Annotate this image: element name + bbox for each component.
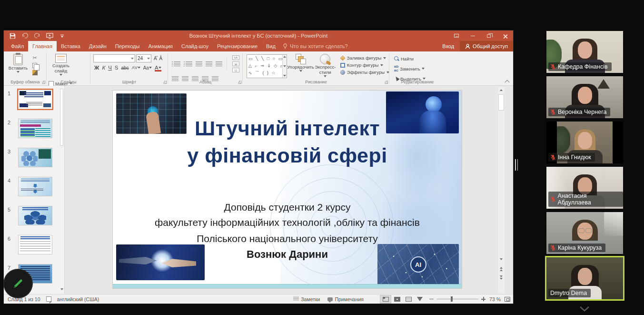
scroll-up-icon[interactable] xyxy=(498,87,505,93)
thumbnail-scrollbar[interactable] xyxy=(59,89,64,279)
tab-home[interactable]: Главная xyxy=(28,41,57,51)
increase-indent-icon[interactable] xyxy=(206,61,212,67)
replace-button[interactable]: abacЗаменить xyxy=(394,65,446,72)
sign-in-button[interactable]: Вход xyxy=(436,43,460,49)
font-size-combo[interactable]: 24 xyxy=(136,54,151,62)
save-icon[interactable] xyxy=(9,32,16,39)
panel-resize-handle[interactable] xyxy=(515,159,519,171)
share-button[interactable]: Общий доступ xyxy=(460,41,513,51)
strikethrough-button[interactable]: abc xyxy=(121,65,129,71)
grow-shrink-font-icon[interactable]: А̂ А̌ xyxy=(154,56,163,61)
tab-review[interactable]: Рецензирование xyxy=(213,41,262,51)
tell-me-box[interactable]: Что вы хотите сделать? xyxy=(283,41,348,51)
zoom-out-icon[interactable] xyxy=(429,299,434,300)
zoom-percent[interactable]: 73 % xyxy=(489,296,501,302)
undo-icon[interactable] xyxy=(21,32,29,39)
participant-tile[interactable]: Кафедра Фінансів xyxy=(546,31,623,73)
shadow-button[interactable]: S xyxy=(115,65,119,71)
slide-thumbnail-5[interactable]: 5 xyxy=(4,206,64,234)
share-label: Общий доступ xyxy=(473,43,508,49)
font-color-button[interactable]: А xyxy=(155,65,161,71)
zoom-slider-thumb[interactable] xyxy=(451,296,453,302)
slide-sorter-view-button[interactable] xyxy=(391,295,403,304)
paste-button[interactable]: Вставить xyxy=(8,51,29,73)
numbering-icon[interactable] xyxy=(186,61,192,67)
italic-button[interactable]: К xyxy=(102,65,105,71)
person-icon xyxy=(465,44,470,49)
collapse-ribbon-icon[interactable] xyxy=(505,80,510,83)
change-case-button[interactable]: Aa xyxy=(143,65,152,71)
notes-button[interactable]: Заметки xyxy=(291,295,322,303)
participant-tile[interactable]: Каріна Кукуруза xyxy=(546,212,623,254)
slide-thumbnail-2[interactable]: 2 xyxy=(4,119,64,146)
paragraph-dialog-launcher-icon[interactable] xyxy=(238,81,241,84)
comments-button[interactable]: Примечания xyxy=(326,295,366,303)
format-painter-icon[interactable] xyxy=(32,70,38,75)
find-button[interactable]: Найти xyxy=(394,55,446,62)
copy-icon[interactable] xyxy=(32,63,37,68)
char-spacing-button[interactable]: АV xyxy=(132,65,140,70)
thumbnail-scroll-down-icon[interactable] xyxy=(60,288,63,290)
tab-slideshow[interactable]: Слайд-шоу xyxy=(177,41,213,51)
tab-file[interactable]: Файл xyxy=(7,41,28,51)
scroll-down-icon[interactable] xyxy=(498,256,505,263)
tab-animations[interactable]: Анимация xyxy=(144,41,177,51)
slideshow-view-button[interactable] xyxy=(414,295,426,304)
slide-thumbnail-3[interactable]: 3 xyxy=(4,148,64,175)
align-text-icon[interactable]: ⊞ xyxy=(232,61,239,66)
bold-button[interactable]: Ж xyxy=(94,65,99,71)
bullets-icon[interactable] xyxy=(174,61,180,67)
previous-slide-icon[interactable] xyxy=(498,265,505,272)
zoom-in-icon[interactable] xyxy=(481,297,485,301)
font-name-combo[interactable] xyxy=(93,54,135,62)
scrollbar-thumb[interactable] xyxy=(498,94,504,111)
line-spacing-icon[interactable] xyxy=(216,61,222,67)
underline-button[interactable]: Ч xyxy=(108,65,112,71)
font-dialog-launcher-icon[interactable] xyxy=(163,81,167,84)
clipboard-dialog-launcher-icon[interactable] xyxy=(42,81,45,84)
zoom-slider[interactable] xyxy=(436,299,478,299)
cut-icon[interactable]: ✂ xyxy=(32,55,38,61)
restore-icon[interactable] xyxy=(481,30,497,41)
annotation-tool-button[interactable] xyxy=(4,270,32,297)
arrange-icon xyxy=(296,54,306,64)
redo-icon[interactable] xyxy=(33,32,41,39)
notes-status-icon[interactable] xyxy=(46,296,51,302)
new-slide-button[interactable]: Создать слайд xyxy=(50,51,72,76)
minimize-icon[interactable] xyxy=(465,30,481,41)
reading-view-button[interactable] xyxy=(403,295,414,304)
participant-tile[interactable]: Інна Гнидюк xyxy=(546,122,623,163)
decrease-indent-icon[interactable] xyxy=(196,61,202,67)
shape-effects-button[interactable]: Эффекты фигуры xyxy=(340,70,389,75)
shapes-gallery[interactable]: ▭ ╲ ╲ □ ○ ▭ △ ⌐ ⇒ ⇓ ◇ ▱ ∿ ⌒ ( ) ☆ xyxy=(247,54,287,78)
more-participants-button[interactable] xyxy=(578,305,591,313)
participant-tile[interactable]: Вероніка Чернега xyxy=(546,76,623,118)
smartart-icon[interactable]: ⊡ xyxy=(232,68,239,72)
drawing-dialog-launcher-icon[interactable] xyxy=(385,81,388,84)
fit-slide-to-window-icon[interactable] xyxy=(505,297,510,302)
normal-view-button[interactable] xyxy=(380,295,391,304)
tab-view[interactable]: Вид xyxy=(262,41,280,51)
language-indicator[interactable]: английский (США) xyxy=(57,296,99,302)
tab-insert[interactable]: Вставка xyxy=(57,41,85,51)
ribbon-display-options-icon[interactable] xyxy=(448,30,465,41)
shapes-scrollbar[interactable] xyxy=(282,55,287,78)
shape-outline-icon xyxy=(340,63,345,68)
slide-area-scrollbar[interactable] xyxy=(498,87,505,293)
participant-tile[interactable]: Анастасия Абдуллаева xyxy=(546,167,623,209)
shape-fill-button[interactable]: Заливка фигуры xyxy=(340,55,389,61)
next-slide-icon[interactable] xyxy=(498,274,505,281)
text-direction-icon[interactable]: ІІА xyxy=(232,55,239,60)
tab-transitions[interactable]: Переходы xyxy=(111,41,144,51)
shape-outline-button[interactable]: Контур фигуры xyxy=(340,62,389,68)
slide-thumbnail-1[interactable]: 1 xyxy=(4,90,64,117)
qat-customize-icon[interactable] xyxy=(58,32,66,39)
close-icon[interactable] xyxy=(497,30,513,41)
slide-canvas[interactable]: Штучний інтелект у фінансовій сфері Допо… xyxy=(113,91,462,288)
slide-thumbnail-4[interactable]: 4 xyxy=(4,177,64,204)
lightbulb-icon xyxy=(283,43,287,49)
participant-tile-active-speaker[interactable]: Dmytro Dema xyxy=(546,257,623,299)
tab-design[interactable]: Дизайн xyxy=(85,41,111,51)
start-slideshow-icon[interactable] xyxy=(46,32,53,39)
slide-thumbnail-6[interactable]: 6 xyxy=(4,235,64,263)
